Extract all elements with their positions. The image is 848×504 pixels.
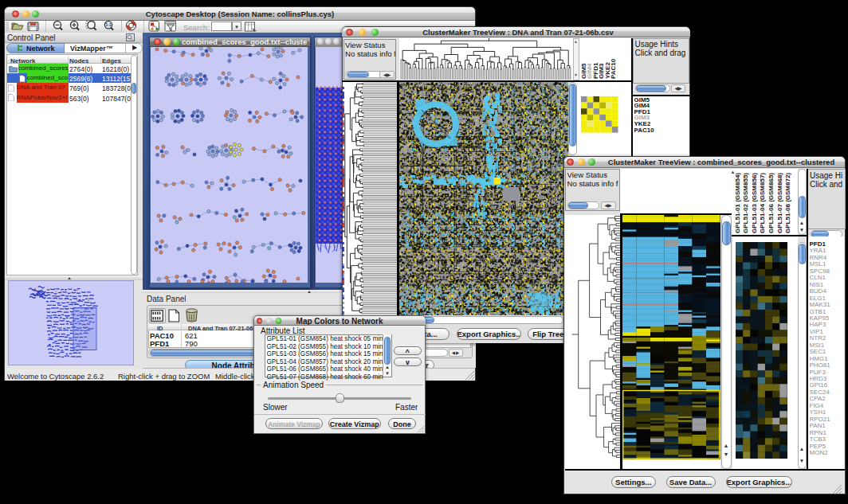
svg-text:1:1: 1:1 bbox=[105, 22, 111, 27]
